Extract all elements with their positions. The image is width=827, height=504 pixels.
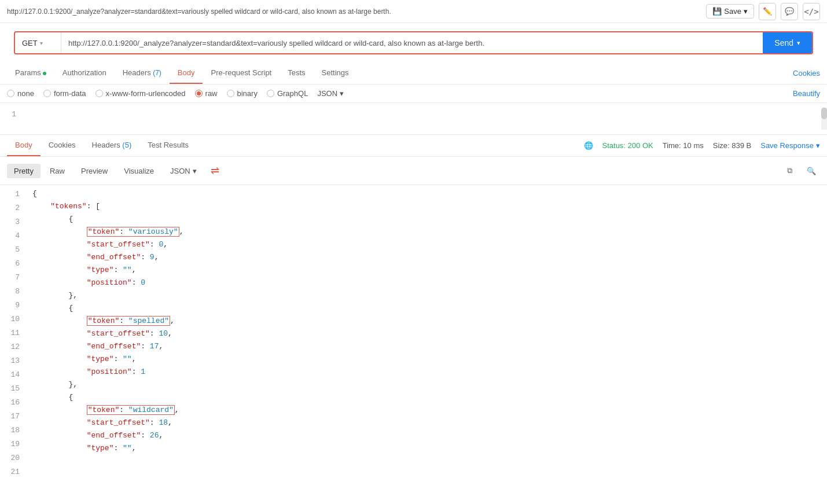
request-tabs: Params Authorization Headers (7) Body Pr…	[0, 62, 827, 84]
tab-pre-request[interactable]: Pre-request Script	[203, 62, 280, 84]
line-number-11: 11	[0, 326, 25, 340]
body-options: none form-data x-www-form-urlencoded raw…	[0, 84, 827, 103]
response-format-chevron-icon: ▾	[193, 167, 197, 175]
line-number-1: 1	[0, 187, 25, 201]
tab-settings-label: Settings	[322, 68, 349, 77]
vtab-raw-label: Raw	[50, 167, 65, 175]
viewer-tabs: Pretty Raw Preview Visualize JSON ▾ ⇌ ⧉	[0, 157, 827, 185]
method-chevron-icon: ▾	[40, 40, 43, 46]
send-button[interactable]: Send ▾	[763, 32, 812, 53]
line-number-2: 2	[0, 201, 25, 215]
line-number-15: 15	[0, 382, 25, 396]
line-number-18: 18	[0, 424, 25, 437]
tab-settings[interactable]: Settings	[314, 62, 357, 84]
tab-params[interactable]: Params	[7, 62, 54, 84]
body-option-none[interactable]: none	[7, 89, 34, 98]
response-format-label: JSON	[170, 167, 190, 175]
line-number-13: 13	[0, 354, 25, 368]
rtab-headers[interactable]: Headers (5)	[84, 135, 140, 156]
line-number-20: 20	[0, 451, 25, 465]
body-option-binary[interactable]: binary	[227, 89, 258, 98]
rtab-cookies-label: Cookies	[49, 141, 76, 149]
response-section: Body Cookies Headers (5) Test Results 🌐 …	[0, 135, 827, 504]
comment-icon-button[interactable]: 💬	[781, 3, 798, 20]
save-response-label: Save Response	[760, 141, 814, 150]
vtab-visualize-label: Visualize	[124, 167, 154, 175]
json-line-21: "type": "",	[32, 442, 827, 455]
editor-line-numbers: 1	[0, 108, 23, 130]
json-lines: { "tokens": [ { "token": "variously", "s…	[25, 185, 827, 481]
editor-content-area[interactable]	[23, 108, 821, 130]
json-line-1: {	[32, 187, 827, 200]
response-time: Time: 10 ms	[663, 141, 704, 150]
vtab-preview-label: Preview	[81, 167, 108, 175]
tab-authorization-label: Authorization	[63, 68, 106, 77]
json-format-selector[interactable]: JSON ▾	[317, 89, 344, 98]
json-line-11: "token": "spelled",	[32, 315, 827, 328]
url-bar: GET ▾ Send ▾	[14, 31, 813, 54]
edit-icon-button[interactable]: ✏️	[759, 3, 776, 20]
line-number-12: 12	[0, 340, 25, 354]
json-line-9: },	[32, 289, 827, 302]
rtab-body[interactable]: Body	[7, 135, 41, 156]
json-format-label: JSON	[317, 89, 337, 98]
line-number-21: 21	[0, 465, 25, 479]
viewer-actions: ⧉ 🔍	[781, 162, 820, 179]
body-option-urlencoded[interactable]: x-www-form-urlencoded	[95, 89, 186, 98]
line-number-3: 3	[0, 215, 25, 229]
vtab-visualize[interactable]: Visualize	[117, 164, 161, 178]
tab-tests[interactable]: Tests	[280, 62, 313, 84]
body-option-graphql[interactable]: GraphQL	[267, 89, 308, 98]
beautify-button[interactable]: Beautify	[793, 89, 820, 98]
tab-headers[interactable]: Headers (7)	[115, 62, 170, 84]
copy-response-button[interactable]: ⧉	[781, 162, 798, 179]
json-content: 123456789101112131415161718192021 { "tok…	[0, 185, 827, 481]
json-line-14: "type": "",	[32, 353, 827, 366]
save-label: Save	[724, 7, 741, 16]
tab-authorization[interactable]: Authorization	[54, 62, 115, 84]
tab-body[interactable]: Body	[170, 62, 203, 84]
rtab-test-results-label: Test Results	[148, 141, 189, 149]
url-input[interactable]	[61, 39, 763, 47]
body-option-form-data[interactable]: form-data	[43, 89, 86, 98]
radio-graphql	[267, 90, 274, 97]
method-selector[interactable]: GET ▾	[15, 32, 61, 53]
vtab-raw[interactable]: Raw	[43, 164, 72, 178]
token-highlight: "token": "wildcard"	[87, 405, 175, 415]
pencil-icon: ✏️	[763, 7, 772, 16]
json-line-17: {	[32, 391, 827, 404]
save-button[interactable]: 💾 Save ▾	[706, 4, 754, 19]
line-number-5: 5	[0, 243, 25, 257]
search-icon: 🔍	[807, 167, 816, 175]
wrap-button[interactable]: ⇌	[206, 161, 224, 180]
page-title: http://127.0.0.1:9200/_analyze?analyzer=…	[7, 8, 706, 16]
top-bar: http://127.0.0.1:9200/_analyze?analyzer=…	[0, 0, 827, 23]
tab-pre-request-label: Pre-request Script	[211, 68, 271, 77]
cookies-link[interactable]: Cookies	[793, 69, 820, 78]
line-number-8: 8	[0, 285, 25, 299]
vtab-preview[interactable]: Preview	[74, 164, 115, 178]
vtab-pretty[interactable]: Pretty	[7, 164, 41, 178]
json-line-10: {	[32, 302, 827, 315]
rtab-cookies[interactable]: Cookies	[41, 135, 84, 156]
code-icon-button[interactable]: </>	[803, 3, 820, 20]
line-number-10: 10	[0, 312, 25, 326]
save-response-button[interactable]: Save Response ▾	[760, 141, 820, 150]
json-line-4: "token": "variously",	[32, 226, 827, 238]
response-status: Status: 200 OK	[602, 141, 653, 150]
save-chevron: ▾	[744, 7, 748, 16]
line-number-17: 17	[0, 410, 25, 424]
line-number-9: 9	[0, 299, 25, 312]
rtab-test-results[interactable]: Test Results	[139, 135, 197, 156]
line-number-7: 7	[0, 271, 25, 285]
json-line-20: "end_offset": 26,	[32, 429, 827, 442]
json-line-6: "end_offset": 9,	[32, 251, 827, 264]
rtab-headers-label: Headers	[92, 141, 120, 149]
send-chevron-icon: ▾	[797, 39, 800, 47]
editor-scrollbar-thumb	[821, 108, 827, 119]
json-line-18: "token": "wildcard",	[32, 404, 827, 417]
search-response-button[interactable]: 🔍	[803, 162, 820, 179]
body-option-raw[interactable]: raw	[195, 89, 218, 98]
wrap-icon: ⇌	[211, 165, 219, 176]
response-format-selector[interactable]: JSON ▾	[163, 164, 204, 178]
